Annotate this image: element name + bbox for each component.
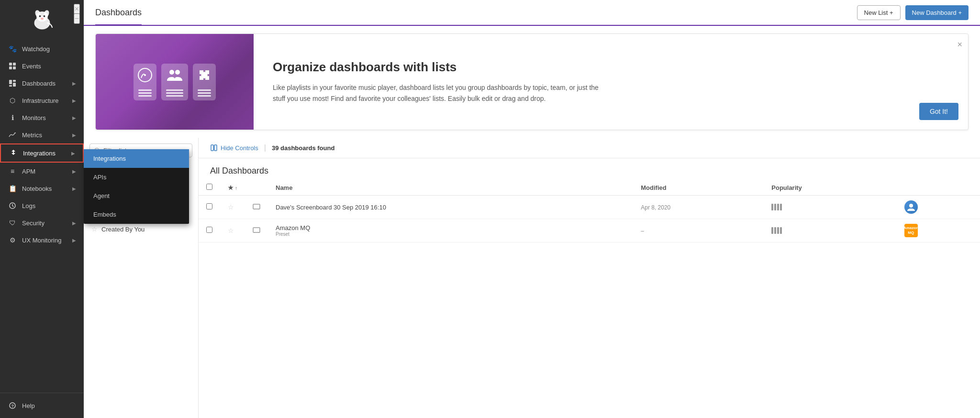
sidebar-item-integrations[interactable]: Integrations ▶ <box>0 143 84 163</box>
infrastructure-icon: ⬡ <box>8 97 17 104</box>
sidebar-item-ux-monitoring[interactable]: ⚙ UX Monitoring ▶ <box>0 231 84 249</box>
row-1-avatar-cell <box>897 196 980 219</box>
sidebar-item-logs[interactable]: Logs <box>0 197 84 214</box>
row-2-avatar-amazon: AmazonMQ <box>904 224 918 237</box>
row-1-popularity-cell <box>764 196 897 219</box>
header-actions: New List + New Dashboard + <box>857 5 969 20</box>
row-2-star[interactable]: ☆ <box>228 227 234 234</box>
pop-bar-4 <box>780 204 782 210</box>
row-2-avatar-cell: AmazonMQ <box>897 219 980 242</box>
dashboards-icon <box>8 79 17 87</box>
sidebar-label-notebooks: Notebooks <box>22 185 72 192</box>
svg-rect-12 <box>13 80 16 82</box>
sidebar-item-apm[interactable]: ≡ APM ▶ <box>0 163 84 180</box>
promo-icon-box-1 <box>134 64 156 100</box>
sidebar-item-metrics[interactable]: Metrics ▶ <box>0 126 84 143</box>
promo-close-button[interactable]: × <box>957 40 962 50</box>
metrics-icon <box>8 131 17 139</box>
sidebar-item-monitors[interactable]: ℹ Monitors ▶ <box>0 109 84 126</box>
th-modified[interactable]: Modified <box>633 180 764 196</box>
new-dashboard-button[interactable]: New Dashboard + <box>905 5 969 20</box>
row-2-preset-badge: Preset <box>276 231 625 237</box>
sidebar-item-events[interactable]: Events <box>0 57 84 75</box>
sidebar-item-security[interactable]: 🛡 Security ▶ <box>0 214 84 231</box>
th-star: ★↑ <box>220 180 245 196</box>
people-icon <box>165 67 184 86</box>
got-it-button[interactable]: Got It! <box>919 103 958 120</box>
monitors-arrow-icon: ▶ <box>72 115 76 121</box>
sidebar-label-integrations: Integrations <box>23 150 71 157</box>
svg-rect-23 <box>214 145 217 151</box>
promo-title-prefix: Organize dashboards with <box>273 60 432 74</box>
svg-point-19 <box>144 74 146 76</box>
sidebar-label-apm: APM <box>22 168 72 175</box>
sidebar-label-dashboards: Dashboards <box>22 80 72 87</box>
table-header-row: ★↑ Name Modified Popularity <box>199 180 980 196</box>
row-1-checkbox-cell <box>199 196 220 219</box>
sidebar-item-notebooks[interactable]: 📋 Notebooks ▶ <box>0 180 84 197</box>
promo-title: Organize dashboards with lists <box>273 60 608 75</box>
submenu-item-embeds[interactable]: Embeds <box>84 205 189 224</box>
th-popularity[interactable]: Popularity <box>764 180 897 196</box>
star-sort-icon[interactable]: ★↑ <box>228 184 237 191</box>
controls-bar: Hide Controls | 39 dashboards found <box>199 138 980 158</box>
all-dashboards-title: All Dashboards <box>199 158 980 180</box>
help-label: Help <box>22 402 35 409</box>
table-row: ☆ Amazon MQ Preset – <box>199 219 980 242</box>
dashboards-found-count: 39 dashboards found <box>272 144 334 152</box>
below-header: Organize dashboards with lists Like play… <box>84 26 980 418</box>
row-1-star[interactable]: ☆ <box>228 203 234 211</box>
svg-point-4 <box>39 15 41 17</box>
promo-image <box>96 34 254 130</box>
star-icon-created-by-you[interactable]: ☆ <box>91 225 98 233</box>
svg-rect-8 <box>13 63 16 66</box>
page-title: Dashboards <box>95 8 142 25</box>
integrations-icon <box>9 149 18 157</box>
sidebar-item-watchdog[interactable]: 🐾 Watchdog <box>0 40 84 57</box>
sidebar-item-infrastructure[interactable]: ⬡ Infrastructure ▶ <box>0 92 84 109</box>
hide-controls-button[interactable]: Hide Controls <box>210 144 258 152</box>
sidebar-label-security: Security <box>22 220 72 227</box>
sidebar-label-watchdog: Watchdog <box>22 45 76 53</box>
hide-controls-label: Hide Controls <box>221 144 258 152</box>
table-row: ☆ Dave's Screenboard 30 Sep 2019 16:10 A… <box>199 196 980 219</box>
sidebar-close-button[interactable]: × <box>74 4 80 14</box>
promo-banner: Organize dashboards with lists Like play… <box>95 33 969 130</box>
pop-bar-2 <box>774 204 776 210</box>
sidebar-label-logs: Logs <box>22 202 76 209</box>
sidebar-item-dashboards[interactable]: Dashboards ▶ <box>0 75 84 92</box>
row-1-checkbox[interactable] <box>206 203 212 209</box>
th-avatar <box>897 180 980 196</box>
promo-content: Organize dashboards with lists Like play… <box>254 34 627 130</box>
pop-bar-3 <box>777 204 779 210</box>
submenu-item-agent[interactable]: Agent <box>84 187 189 205</box>
promo-lines-2 <box>166 89 183 97</box>
svg-rect-22 <box>211 145 213 151</box>
th-name[interactable]: Name <box>268 180 633 196</box>
screenboard-icon <box>253 204 260 209</box>
sidebar-minimize-button[interactable]: − <box>74 13 80 24</box>
row-1-name[interactable]: Dave's Screenboard 30 Sep 2019 16:10 <box>276 204 386 211</box>
svg-rect-7 <box>9 63 12 66</box>
sidebar-item-help[interactable]: ? Help <box>8 398 76 413</box>
row-2-star-cell: ☆ <box>220 219 245 242</box>
submenu-item-integrations[interactable]: Integrations <box>84 149 189 168</box>
svg-rect-11 <box>9 80 12 84</box>
svg-rect-13 <box>13 83 16 87</box>
notebooks-arrow-icon: ▶ <box>72 186 76 191</box>
submenu-item-apis[interactable]: APIs <box>84 168 189 187</box>
row-2-checkbox[interactable] <box>206 227 212 233</box>
notebooks-icon: 📋 <box>8 185 17 192</box>
row-2-name[interactable]: Amazon MQ <box>276 224 310 231</box>
sidebar-navigation: 🐾 Watchdog Events Dashboards ▶ ⬡ Infrast… <box>0 40 84 393</box>
sidebar-logo: × − <box>0 0 84 40</box>
select-all-checkbox[interactable] <box>206 184 212 190</box>
row-1-star-cell: ☆ <box>220 196 245 219</box>
new-list-button[interactable]: New List + <box>857 5 901 20</box>
th-popularity-label: Popularity <box>771 184 802 191</box>
apm-arrow-icon: ▶ <box>72 169 76 174</box>
th-name-label: Name <box>276 184 292 191</box>
sidebar-label-metrics: Metrics <box>22 132 72 139</box>
sidebar-label-infrastructure: Infrastructure <box>22 97 72 104</box>
pop-bar-d <box>780 227 782 234</box>
